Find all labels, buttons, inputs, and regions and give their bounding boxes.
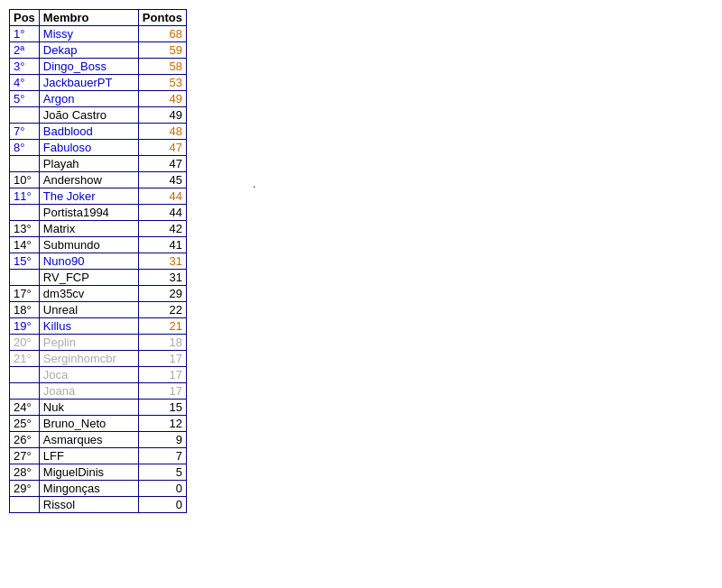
cell-pontos: 68	[138, 26, 186, 42]
table-row: 1°Missy68	[10, 26, 187, 42]
cell-pos	[10, 107, 40, 124]
table-row: 11°The Joker44	[10, 188, 187, 205]
header-pontos: Pontos	[138, 10, 186, 26]
cell-pontos: 18	[138, 335, 186, 351]
cell-pontos: 49	[138, 107, 186, 124]
cell-membro: Andershow	[39, 172, 138, 188]
cell-pos	[10, 367, 40, 383]
cell-membro: Nuk	[39, 400, 138, 416]
cell-pos: 15°	[10, 253, 40, 270]
cell-membro: Badblood	[39, 124, 138, 140]
cell-pos: 7°	[10, 124, 40, 140]
table-row: RV_FCP31	[10, 270, 187, 286]
cell-membro: Asmarques	[39, 432, 138, 448]
table-row: 5°Argon49	[10, 91, 187, 107]
cell-pos: 27°	[10, 448, 40, 464]
cell-pontos: 47	[138, 140, 186, 156]
cell-pos: 24°	[10, 400, 40, 416]
cell-pos: 11°	[10, 188, 40, 205]
table-row: 27°LFF7	[10, 448, 187, 464]
cell-membro: Joca	[39, 367, 138, 383]
cell-membro: Serginhomcbr	[39, 351, 138, 367]
cell-pontos: 9	[138, 432, 186, 448]
table-row: 28°MiguelDinis5	[10, 464, 187, 481]
cell-membro: Joana	[39, 383, 138, 400]
rankings-table: Pos Membro Pontos 1°Missy682ªDekap593°Di…	[9, 9, 187, 513]
cell-pontos: 48	[138, 124, 186, 140]
table-row: 19°Killus21	[10, 318, 187, 335]
cell-membro: Submundo	[39, 237, 138, 253]
cell-membro: RV_FCP	[39, 270, 138, 286]
table-row: 8°Fabuloso47	[10, 140, 187, 156]
cell-pontos: 41	[138, 237, 186, 253]
cell-pontos: 0	[138, 481, 186, 497]
table-row: Portista199444	[10, 205, 187, 221]
cell-pos: 26°	[10, 432, 40, 448]
header-pos: Pos	[10, 10, 40, 26]
table-row: 24°Nuk15	[10, 400, 187, 416]
table-row: Joana17	[10, 383, 187, 400]
cell-pos	[10, 497, 40, 513]
dot-separator: .	[253, 178, 255, 190]
cell-pos: 17°	[10, 286, 40, 302]
cell-membro: Rissol	[39, 497, 138, 513]
cell-membro: Dingo_Boss	[39, 59, 138, 75]
cell-pontos: 58	[138, 59, 186, 75]
cell-pontos: 29	[138, 286, 186, 302]
table-row: 18°Unreal22	[10, 302, 187, 318]
table-row: 2ªDekap59	[10, 42, 187, 59]
cell-pontos: 31	[138, 270, 186, 286]
cell-pos: 28°	[10, 464, 40, 481]
table-row: 25°Bruno_Neto12	[10, 416, 187, 432]
cell-pontos: 5	[138, 464, 186, 481]
table-row: 26°Asmarques9	[10, 432, 187, 448]
cell-pos: 18°	[10, 302, 40, 318]
table-row: 10°Andershow45	[10, 172, 187, 188]
table-row: Rissol0	[10, 497, 187, 513]
cell-membro: João Castro	[39, 107, 138, 124]
table-row: 3°Dingo_Boss58	[10, 59, 187, 75]
cell-pos: 1°	[10, 26, 40, 42]
cell-pos	[10, 383, 40, 400]
cell-pontos: 59	[138, 42, 186, 59]
cell-membro: dm35cv	[39, 286, 138, 302]
cell-pontos: 53	[138, 75, 186, 91]
cell-membro: Peplin	[39, 335, 138, 351]
cell-pos: 14°	[10, 237, 40, 253]
cell-membro: The Joker	[39, 188, 138, 205]
cell-membro: Missy	[39, 26, 138, 42]
cell-membro: JackbauerPT	[39, 75, 138, 91]
cell-pontos: 44	[138, 205, 186, 221]
cell-pos: 25°	[10, 416, 40, 432]
cell-pontos: 22	[138, 302, 186, 318]
cell-pos: 20°	[10, 335, 40, 351]
table-row: 21°Serginhomcbr17	[10, 351, 187, 367]
cell-pos	[10, 270, 40, 286]
table-row: 17°dm35cv29	[10, 286, 187, 302]
cell-pontos: 12	[138, 416, 186, 432]
header-membro: Membro	[39, 10, 138, 26]
cell-membro: Unreal	[39, 302, 138, 318]
table-row: Playah47	[10, 156, 187, 172]
cell-pontos: 47	[138, 156, 186, 172]
table-row: 20°Peplin18	[10, 335, 187, 351]
cell-pontos: 44	[138, 188, 186, 205]
cell-membro: Dekap	[39, 42, 138, 59]
cell-pontos: 17	[138, 351, 186, 367]
cell-membro: Playah	[39, 156, 138, 172]
table-row: 15°Nuno9031	[10, 253, 187, 270]
cell-membro: LFF	[39, 448, 138, 464]
cell-membro: Fabuloso	[39, 140, 138, 156]
cell-pontos: 21	[138, 318, 186, 335]
cell-membro: Nuno90	[39, 253, 138, 270]
cell-membro: Killus	[39, 318, 138, 335]
cell-pontos: 7	[138, 448, 186, 464]
cell-membro: MiguelDinis	[39, 464, 138, 481]
table-row: João Castro49	[10, 107, 187, 124]
table-row: Joca17	[10, 367, 187, 383]
cell-pontos: 17	[138, 383, 186, 400]
cell-pontos: 42	[138, 221, 186, 237]
cell-pontos: 45	[138, 172, 186, 188]
cell-pontos: 49	[138, 91, 186, 107]
cell-pos: 8°	[10, 140, 40, 156]
